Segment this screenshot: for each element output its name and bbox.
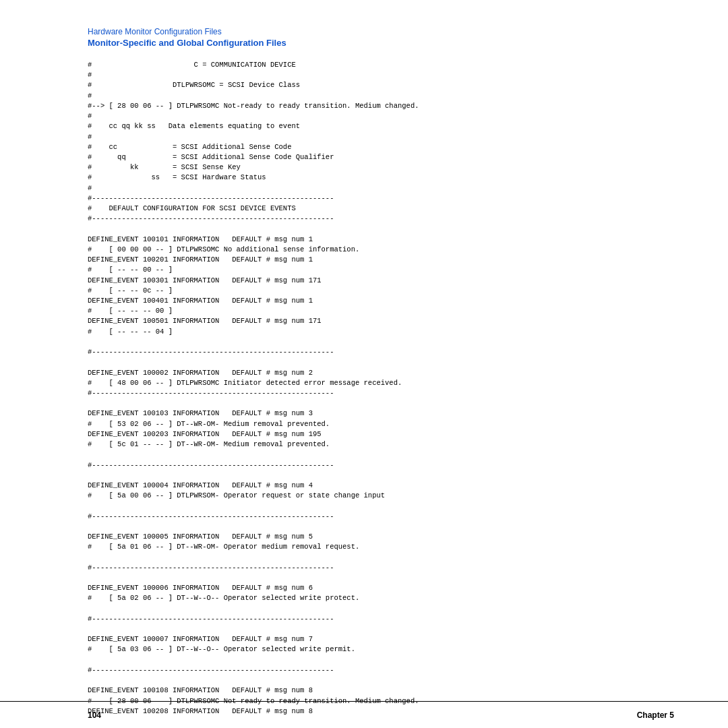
page-title: Monitor-Specific and Global Configuratio… [88,38,674,48]
page-container: Hardware Monitor Configuration Files Mon… [0,0,728,728]
header-section: Hardware Monitor Configuration Files Mon… [88,27,674,48]
footer: 104 Chapter 5 [0,701,728,728]
breadcrumb: Hardware Monitor Configuration Files [88,27,674,36]
code-content: # C = COMMUNICATION DEVICE # # DTLPWRSOM… [88,60,674,717]
footer-chapter: Chapter 5 [637,710,674,720]
footer-page-number: 104 [88,710,101,720]
